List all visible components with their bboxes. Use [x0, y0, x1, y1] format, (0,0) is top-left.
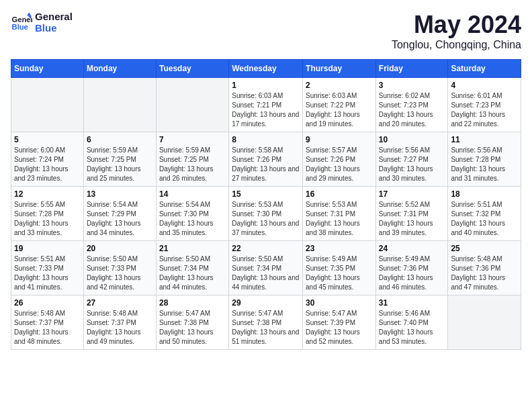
day-number: 14	[159, 189, 226, 199]
calendar-cell: 22Sunrise: 5:50 AMSunset: 7:34 PMDayligh…	[229, 241, 303, 295]
day-number: 1	[232, 81, 300, 90]
day-number: 27	[87, 298, 153, 308]
calendar-week-1: 1Sunrise: 6:03 AMSunset: 7:21 PMDaylight…	[11, 78, 521, 132]
day-number: 28	[159, 298, 226, 308]
day-number: 3	[379, 81, 445, 90]
calendar-title: May 2024	[392, 11, 521, 39]
day-info: Sunrise: 5:54 AMSunset: 7:30 PMDaylight:…	[159, 200, 226, 238]
calendar-cell: 12Sunrise: 5:55 AMSunset: 7:28 PMDayligh…	[11, 187, 84, 241]
day-number: 11	[451, 135, 518, 144]
calendar-week-5: 26Sunrise: 5:48 AMSunset: 7:37 PMDayligh…	[11, 295, 521, 350]
day-info: Sunrise: 5:49 AMSunset: 7:36 PMDaylight:…	[379, 255, 445, 292]
calendar-cell: 3Sunrise: 6:02 AMSunset: 7:23 PMDaylight…	[375, 78, 448, 132]
day-number: 9	[306, 135, 373, 144]
weekday-header-monday: Monday	[83, 60, 156, 78]
day-info: Sunrise: 5:53 AMSunset: 7:30 PMDaylight:…	[232, 200, 300, 238]
calendar-cell: 17Sunrise: 5:52 AMSunset: 7:31 PMDayligh…	[375, 187, 448, 241]
day-info: Sunrise: 5:49 AMSunset: 7:35 PMDaylight:…	[306, 255, 373, 292]
day-number: 13	[87, 189, 153, 199]
calendar-cell: 21Sunrise: 5:50 AMSunset: 7:34 PMDayligh…	[156, 241, 228, 295]
calendar-cell: 11Sunrise: 5:56 AMSunset: 7:28 PMDayligh…	[448, 132, 521, 187]
day-info: Sunrise: 5:48 AMSunset: 7:37 PMDaylight:…	[87, 309, 153, 347]
calendar-cell: 6Sunrise: 5:59 AMSunset: 7:25 PMDaylight…	[83, 132, 156, 187]
day-number: 17	[379, 189, 445, 199]
calendar-cell	[11, 78, 84, 132]
day-info: Sunrise: 5:47 AMSunset: 7:38 PMDaylight:…	[232, 309, 300, 347]
day-info: Sunrise: 5:50 AMSunset: 7:33 PMDaylight:…	[87, 255, 153, 292]
calendar-header: SundayMondayTuesdayWednesdayThursdayFrid…	[11, 60, 521, 78]
day-number: 8	[232, 135, 300, 144]
calendar-subtitle: Tonglou, Chongqing, China	[392, 39, 521, 51]
day-info: Sunrise: 5:51 AMSunset: 7:32 PMDaylight:…	[451, 200, 518, 238]
logo-blue: Blue	[35, 22, 73, 34]
day-info: Sunrise: 5:55 AMSunset: 7:28 PMDaylight:…	[14, 200, 81, 238]
calendar-cell: 13Sunrise: 5:54 AMSunset: 7:29 PMDayligh…	[83, 187, 156, 241]
calendar-cell: 24Sunrise: 5:49 AMSunset: 7:36 PMDayligh…	[375, 241, 448, 295]
calendar-cell: 7Sunrise: 5:59 AMSunset: 7:25 PMDaylight…	[156, 132, 228, 187]
calendar-cell: 8Sunrise: 5:58 AMSunset: 7:26 PMDaylight…	[229, 132, 303, 187]
calendar-cell: 1Sunrise: 6:03 AMSunset: 7:21 PMDaylight…	[229, 78, 303, 132]
calendar-cell	[448, 295, 521, 350]
day-info: Sunrise: 5:56 AMSunset: 7:28 PMDaylight:…	[451, 146, 518, 183]
calendar-cell	[83, 78, 156, 132]
calendar-cell: 28Sunrise: 5:47 AMSunset: 7:38 PMDayligh…	[156, 295, 228, 350]
day-info: Sunrise: 6:00 AMSunset: 7:24 PMDaylight:…	[14, 146, 81, 183]
day-info: Sunrise: 5:47 AMSunset: 7:38 PMDaylight:…	[159, 309, 226, 347]
day-info: Sunrise: 5:48 AMSunset: 7:37 PMDaylight:…	[14, 309, 81, 347]
day-number: 23	[306, 244, 373, 253]
weekday-header-friday: Friday	[375, 60, 448, 78]
day-info: Sunrise: 5:47 AMSunset: 7:39 PMDaylight:…	[306, 309, 373, 347]
weekday-header-wednesday: Wednesday	[229, 60, 303, 78]
calendar-cell: 27Sunrise: 5:48 AMSunset: 7:37 PMDayligh…	[83, 295, 156, 350]
svg-marker-2	[27, 13, 31, 16]
calendar-cell: 20Sunrise: 5:50 AMSunset: 7:33 PMDayligh…	[83, 241, 156, 295]
logo-general: General	[35, 11, 73, 22]
day-info: Sunrise: 5:59 AMSunset: 7:25 PMDaylight:…	[159, 146, 226, 183]
calendar-cell: 29Sunrise: 5:47 AMSunset: 7:38 PMDayligh…	[229, 295, 303, 350]
calendar-cell: 14Sunrise: 5:54 AMSunset: 7:30 PMDayligh…	[156, 187, 228, 241]
calendar-cell: 9Sunrise: 5:57 AMSunset: 7:26 PMDaylight…	[303, 132, 376, 187]
calendar-week-4: 19Sunrise: 5:51 AMSunset: 7:33 PMDayligh…	[11, 241, 521, 295]
calendar-cell	[156, 78, 228, 132]
day-number: 5	[14, 135, 81, 144]
calendar-week-3: 12Sunrise: 5:55 AMSunset: 7:28 PMDayligh…	[11, 187, 521, 241]
calendar-cell: 19Sunrise: 5:51 AMSunset: 7:33 PMDayligh…	[11, 241, 84, 295]
logo: General Blue General Blue	[11, 11, 73, 34]
day-info: Sunrise: 5:58 AMSunset: 7:26 PMDaylight:…	[232, 146, 300, 183]
day-number: 31	[379, 298, 445, 308]
day-info: Sunrise: 6:03 AMSunset: 7:22 PMDaylight:…	[306, 91, 373, 129]
day-number: 24	[379, 244, 445, 253]
day-info: Sunrise: 5:57 AMSunset: 7:26 PMDaylight:…	[306, 146, 373, 183]
day-info: Sunrise: 5:48 AMSunset: 7:36 PMDaylight:…	[451, 255, 518, 292]
weekday-header-thursday: Thursday	[303, 60, 376, 78]
day-number: 25	[451, 244, 518, 253]
weekday-header-sunday: Sunday	[11, 60, 84, 78]
day-number: 22	[232, 244, 300, 253]
day-info: Sunrise: 6:01 AMSunset: 7:23 PMDaylight:…	[451, 91, 518, 129]
day-number: 2	[306, 81, 373, 90]
day-number: 12	[14, 189, 81, 199]
day-info: Sunrise: 5:52 AMSunset: 7:31 PMDaylight:…	[379, 200, 445, 238]
day-info: Sunrise: 5:53 AMSunset: 7:31 PMDaylight:…	[306, 200, 373, 238]
day-info: Sunrise: 5:50 AMSunset: 7:34 PMDaylight:…	[232, 255, 300, 292]
day-info: Sunrise: 6:02 AMSunset: 7:23 PMDaylight:…	[379, 91, 445, 129]
day-number: 19	[14, 244, 81, 253]
calendar-cell: 30Sunrise: 5:47 AMSunset: 7:39 PMDayligh…	[303, 295, 376, 350]
calendar-cell: 18Sunrise: 5:51 AMSunset: 7:32 PMDayligh…	[448, 187, 521, 241]
day-info: Sunrise: 5:56 AMSunset: 7:27 PMDaylight:…	[379, 146, 445, 183]
title-block: May 2024 Tonglou, Chongqing, China	[392, 11, 521, 51]
day-number: 6	[87, 135, 153, 144]
day-number: 18	[451, 189, 518, 199]
calendar-cell: 23Sunrise: 5:49 AMSunset: 7:35 PMDayligh…	[303, 241, 376, 295]
calendar-cell: 25Sunrise: 5:48 AMSunset: 7:36 PMDayligh…	[448, 241, 521, 295]
weekday-header-tuesday: Tuesday	[156, 60, 228, 78]
calendar-cell: 5Sunrise: 6:00 AMSunset: 7:24 PMDaylight…	[11, 132, 84, 187]
day-number: 20	[87, 244, 153, 253]
day-number: 29	[232, 298, 300, 308]
day-info: Sunrise: 5:50 AMSunset: 7:34 PMDaylight:…	[159, 255, 226, 292]
day-number: 30	[306, 298, 373, 308]
calendar-week-2: 5Sunrise: 6:00 AMSunset: 7:24 PMDaylight…	[11, 132, 521, 187]
calendar-cell: 16Sunrise: 5:53 AMSunset: 7:31 PMDayligh…	[303, 187, 376, 241]
logo-icon: General Blue	[11, 11, 32, 33]
day-number: 26	[14, 298, 81, 308]
